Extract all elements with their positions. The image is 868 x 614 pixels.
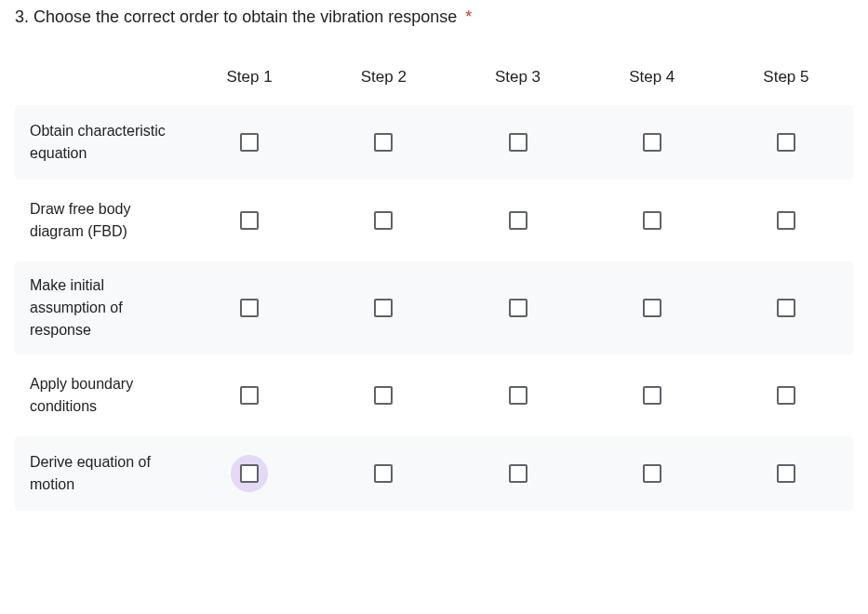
grid-cell bbox=[450, 377, 584, 414]
grid-cell bbox=[450, 455, 584, 492]
checkbox[interactable] bbox=[374, 211, 393, 230]
checkbox[interactable] bbox=[777, 386, 795, 405]
grid-cell bbox=[182, 455, 316, 492]
row-label: Derive equation of motion bbox=[15, 438, 182, 509]
checkbox[interactable] bbox=[509, 299, 527, 317]
checkbox-wrapper bbox=[768, 124, 805, 161]
grid-cell bbox=[182, 124, 316, 161]
grid-cell bbox=[585, 289, 719, 327]
column-header-row: Step 1 Step 2 Step 3 Step 4 Step 5 bbox=[15, 60, 853, 105]
checkbox-wrapper bbox=[365, 202, 402, 239]
grid-cell bbox=[316, 202, 450, 239]
checkbox[interactable] bbox=[643, 464, 661, 483]
checkbox-wrapper bbox=[634, 124, 671, 161]
grid-cell bbox=[585, 455, 719, 492]
checkbox[interactable] bbox=[240, 133, 259, 152]
question-text: Choose the correct order to obtain the v… bbox=[33, 7, 457, 26]
checkbox-wrapper bbox=[500, 202, 537, 239]
grid-row: Apply boundary conditions bbox=[15, 358, 853, 433]
checkbox[interactable] bbox=[643, 386, 661, 405]
checkbox[interactable] bbox=[509, 464, 527, 483]
row-label: Apply boundary conditions bbox=[15, 360, 182, 431]
grid-cell bbox=[719, 377, 853, 414]
grid-cell bbox=[585, 124, 719, 161]
checkbox[interactable] bbox=[643, 299, 661, 317]
grid-rows-container: Obtain characteristic equationDraw free … bbox=[15, 105, 853, 511]
checkbox[interactable] bbox=[509, 211, 527, 230]
grid-cell bbox=[316, 455, 450, 492]
grid-row: Make initial assumption of response bbox=[15, 261, 853, 354]
grid-row: Obtain characteristic equation bbox=[15, 105, 853, 180]
checkbox[interactable] bbox=[777, 299, 795, 317]
grid-row: Draw free body diagram (FBD) bbox=[15, 183, 853, 258]
grid-cell bbox=[719, 289, 853, 327]
checkbox[interactable] bbox=[240, 464, 259, 483]
checkbox[interactable] bbox=[643, 133, 661, 152]
grid-cell bbox=[719, 202, 853, 239]
col-header-step2: Step 2 bbox=[316, 68, 450, 87]
row-label: Draw free body diagram (FBD) bbox=[15, 185, 182, 256]
grid-cell bbox=[450, 124, 584, 161]
checkbox-wrapper bbox=[768, 455, 805, 492]
checkbox-wrapper bbox=[500, 289, 537, 327]
checkbox-wrapper bbox=[231, 289, 268, 327]
checkbox[interactable] bbox=[777, 211, 795, 230]
col-header-step1: Step 1 bbox=[182, 68, 316, 87]
checkbox[interactable] bbox=[374, 386, 393, 405]
checkbox[interactable] bbox=[374, 464, 393, 483]
checkbox-wrapper bbox=[768, 289, 805, 327]
checkbox-wrapper bbox=[365, 455, 402, 492]
checkbox-wrapper bbox=[231, 377, 268, 414]
row-label: Make initial assumption of response bbox=[15, 261, 182, 354]
checkbox-wrapper bbox=[634, 455, 671, 492]
checkbox[interactable] bbox=[509, 386, 527, 405]
grid-cell bbox=[585, 377, 719, 414]
grid-cell bbox=[182, 377, 316, 414]
checkbox[interactable] bbox=[240, 299, 259, 317]
checkbox-wrapper bbox=[365, 124, 402, 161]
checkbox[interactable] bbox=[777, 464, 795, 483]
grid-cell bbox=[182, 202, 316, 239]
grid-row: Derive equation of motion bbox=[15, 436, 853, 511]
checkbox-wrapper bbox=[634, 377, 671, 414]
checkbox-wrapper bbox=[634, 289, 671, 327]
checkbox-wrapper bbox=[231, 455, 268, 492]
required-asterisk: * bbox=[465, 7, 472, 26]
checkbox[interactable] bbox=[777, 133, 795, 152]
grid-cell bbox=[316, 377, 450, 414]
checkbox[interactable] bbox=[374, 299, 393, 317]
checkbox-wrapper bbox=[500, 124, 537, 161]
checkbox-grid: Step 1 Step 2 Step 3 Step 4 Step 5 Obtai… bbox=[15, 60, 853, 511]
grid-cell bbox=[450, 202, 584, 239]
checkbox-wrapper bbox=[500, 455, 537, 492]
grid-cell bbox=[719, 124, 853, 161]
question-block: 3. Choose the correct order to obtain th… bbox=[15, 7, 853, 511]
checkbox[interactable] bbox=[240, 211, 259, 230]
checkbox[interactable] bbox=[643, 211, 661, 230]
question-number: 3. bbox=[15, 7, 29, 26]
checkbox-wrapper bbox=[500, 377, 537, 414]
checkbox-wrapper bbox=[231, 202, 268, 239]
col-header-step4: Step 4 bbox=[585, 68, 719, 87]
grid-cell bbox=[316, 124, 450, 161]
row-label: Obtain characteristic equation bbox=[15, 107, 182, 178]
checkbox-wrapper bbox=[634, 202, 671, 239]
grid-cell bbox=[719, 455, 853, 492]
checkbox-wrapper bbox=[768, 202, 805, 239]
checkbox-wrapper bbox=[768, 377, 805, 414]
checkbox-wrapper bbox=[231, 124, 268, 161]
col-header-step3: Step 3 bbox=[450, 68, 584, 87]
question-title: 3. Choose the correct order to obtain th… bbox=[15, 7, 853, 27]
grid-cell bbox=[316, 289, 450, 327]
col-header-step5: Step 5 bbox=[719, 68, 853, 87]
checkbox[interactable] bbox=[374, 133, 393, 152]
checkbox-wrapper bbox=[365, 289, 402, 327]
checkbox[interactable] bbox=[509, 133, 527, 152]
checkbox[interactable] bbox=[240, 386, 259, 405]
grid-cell bbox=[450, 289, 584, 327]
grid-cell bbox=[182, 289, 316, 327]
grid-cell bbox=[585, 202, 719, 239]
checkbox-wrapper bbox=[365, 377, 402, 414]
